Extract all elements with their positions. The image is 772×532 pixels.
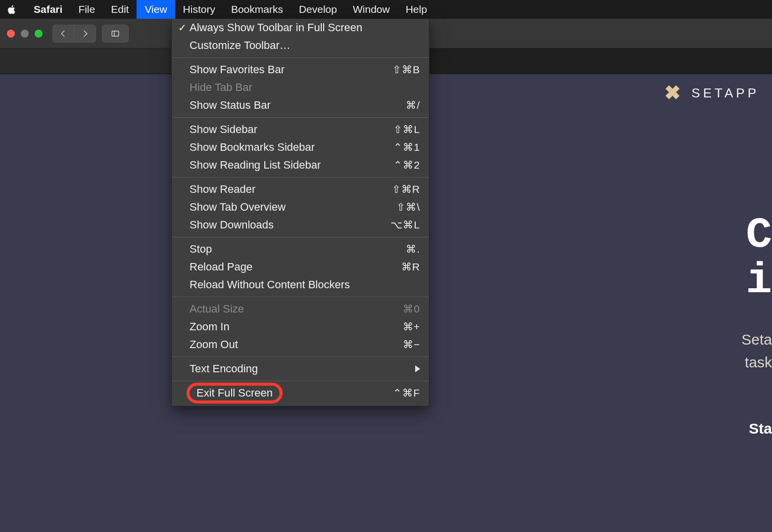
minimize-window-icon[interactable] [21, 30, 29, 38]
menu-item-shortcut: ⌥⌘L [390, 219, 420, 231]
menu-item-label: Zoom In [188, 320, 403, 333]
fullscreen-window-icon[interactable] [35, 30, 43, 38]
menu-separator [172, 57, 429, 58]
menu-app-name[interactable]: Safari [26, 0, 70, 19]
menu-view[interactable]: View [137, 0, 175, 19]
menu-item-shortcut: ⌘/ [406, 99, 420, 111]
menu-separator [172, 356, 429, 357]
window-controls[interactable] [7, 30, 43, 38]
menu-item-label: Zoom Out [188, 338, 403, 351]
menu-item-label: Show Sidebar [188, 123, 393, 136]
view-menu-dropdown[interactable]: ✓Always Show Toolbar in Full ScreenCusto… [171, 19, 430, 406]
sidebar-toggle-button[interactable] [102, 25, 129, 43]
menu-item-show-downloads[interactable]: Show Downloads⌥⌘L [172, 216, 429, 234]
menu-item-label: Show Status Bar [188, 99, 406, 112]
menu-item-show-reader[interactable]: Show Reader⇧⌘R [172, 180, 429, 198]
page-heading-fragment-i: i [746, 256, 772, 305]
menu-item-label: Show Favorites Bar [188, 63, 392, 76]
setapp-icon [663, 83, 682, 103]
menu-item-shortcut: ⇧⌘\ [396, 201, 420, 213]
submenu-arrow-icon [415, 365, 420, 372]
menu-item-show-reading-list-sidebar[interactable]: Show Reading List Sidebar⌃⌘2 [172, 156, 429, 174]
menu-separator [172, 297, 429, 297]
menu-item-label: Stop [188, 243, 406, 256]
menu-item-shortcut: ⌘− [403, 339, 420, 351]
menu-item-label: Reload Without Content Blockers [188, 278, 420, 291]
menu-bar[interactable]: Safari File Edit View History Bookmarks … [0, 0, 772, 19]
apple-menu-icon[interactable] [5, 2, 19, 16]
menu-item-label: Show Tab Overview [188, 201, 396, 214]
menu-item-show-sidebar[interactable]: Show Sidebar⇧⌘L [172, 121, 429, 138]
checkmark-icon: ✓ [177, 22, 188, 34]
menu-item-label: Customize Toolbar… [188, 39, 420, 52]
menu-separator [172, 117, 429, 118]
menu-item-shortcut: ⇧⌘R [392, 183, 420, 195]
menu-item-label: Show Reader [188, 183, 392, 196]
page-heading-fragment-c: C [746, 211, 772, 260]
menu-item-label: Exit Full Screen [188, 383, 393, 403]
menu-item-show-tab-overview[interactable]: Show Tab Overview⇧⌘\ [172, 198, 429, 216]
menu-history[interactable]: History [175, 0, 223, 19]
menu-item-label: Hide Tab Bar [188, 81, 420, 94]
setapp-brand-text: SETAPP [691, 86, 759, 101]
setapp-logo: SETAPP [663, 83, 759, 103]
menu-separator [172, 177, 429, 177]
menu-item-text-encoding[interactable]: Text Encoding [172, 360, 429, 378]
menu-item-show-favorites-bar[interactable]: Show Favorites Bar⇧⌘B [172, 61, 429, 79]
menu-separator [172, 381, 429, 381]
menu-item-hide-tab-bar: Hide Tab Bar [172, 79, 429, 96]
nav-buttons [52, 25, 96, 43]
page-text-fragment-seta: Seta [741, 331, 772, 348]
menu-item-show-status-bar[interactable]: Show Status Bar⌘/ [172, 96, 429, 114]
menu-item-shortcut: ⌃⌘2 [393, 159, 420, 171]
menu-bookmarks[interactable]: Bookmarks [223, 0, 291, 19]
menu-item-label: Text Encoding [188, 362, 415, 375]
menu-item-label: Always Show Toolbar in Full Screen [188, 21, 420, 34]
menu-item-shortcut: ⇧⌘L [393, 124, 420, 135]
menu-item-reload-page[interactable]: Reload Page⌘R [172, 258, 429, 276]
menu-item-label: Show Reading List Sidebar [188, 159, 393, 172]
menu-item-reload-without-content-blockers[interactable]: Reload Without Content Blockers [172, 276, 429, 294]
menu-item-label: Show Downloads [188, 219, 390, 231]
page-text-fragment-task: task [745, 354, 772, 371]
menu-item-shortcut: ⌘. [406, 243, 420, 255]
menu-item-shortcut: ⌘0 [403, 303, 420, 315]
menu-help[interactable]: Help [398, 0, 435, 19]
menu-edit[interactable]: Edit [103, 0, 137, 19]
menu-item-zoom-out[interactable]: Zoom Out⌘− [172, 336, 429, 354]
svg-rect-0 [112, 31, 119, 36]
back-button[interactable] [52, 25, 74, 43]
forward-button[interactable] [74, 25, 96, 43]
menu-file[interactable]: File [70, 0, 103, 19]
menu-item-always-show-toolbar-in-full-screen[interactable]: ✓Always Show Toolbar in Full Screen [172, 19, 429, 37]
menu-item-stop[interactable]: Stop⌘. [172, 240, 429, 258]
menu-item-shortcut: ⌘R [401, 261, 420, 273]
menu-item-label: Reload Page [188, 261, 401, 273]
menu-item-shortcut: ⌃⌘1 [393, 141, 420, 153]
menu-separator [172, 237, 429, 237]
menu-item-exit-full-screen[interactable]: Exit Full Screen⌃⌘F [172, 384, 429, 402]
menu-item-actual-size: Actual Size⌘0 [172, 300, 429, 318]
menu-item-show-bookmarks-sidebar[interactable]: Show Bookmarks Sidebar⌃⌘1 [172, 138, 429, 156]
menu-window[interactable]: Window [345, 0, 398, 19]
close-window-icon[interactable] [7, 30, 15, 38]
menu-item-shortcut: ⌃⌘F [393, 387, 420, 399]
menu-item-customize-toolbar[interactable]: Customize Toolbar… [172, 37, 429, 54]
menu-item-label: Show Bookmarks Sidebar [188, 141, 393, 154]
menu-item-shortcut: ⇧⌘B [392, 64, 420, 76]
menu-develop[interactable]: Develop [291, 0, 345, 19]
page-text-fragment-sta: Sta [749, 420, 772, 437]
menu-item-shortcut: ⌘+ [403, 321, 420, 333]
menu-item-zoom-in[interactable]: Zoom In⌘+ [172, 318, 429, 336]
menu-item-label: Actual Size [188, 303, 403, 315]
